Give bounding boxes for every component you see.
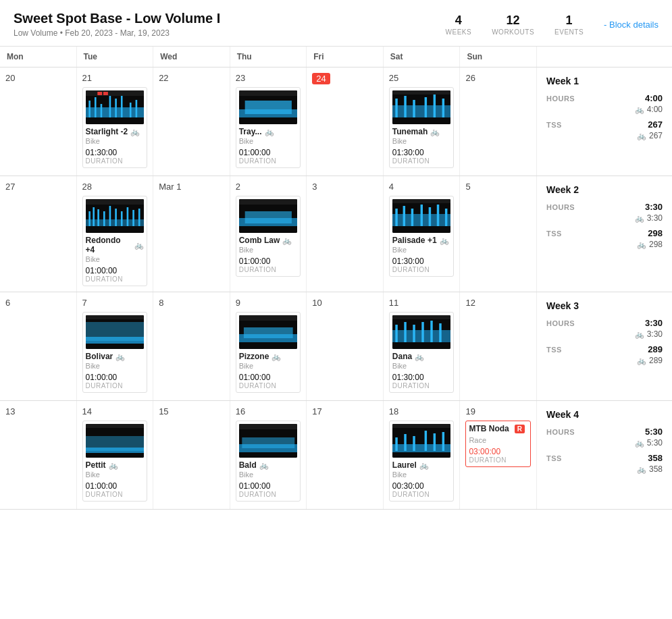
workout-name-pizzone: Pizzone: [239, 352, 269, 361]
workout-name-tray: Tray...: [239, 127, 262, 136]
svg-rect-63: [395, 325, 397, 342]
svg-rect-46: [403, 206, 405, 226]
day-sat-w4: 18 Laurel: [384, 401, 461, 509]
workout-type-pizzone: Bike: [239, 362, 298, 370]
svg-rect-11: [97, 92, 102, 95]
bike-icon-laurel: 🚲: [419, 461, 429, 470]
calendar: Mon Tue Wed Thu Fri Sat Sun 20 21: [0, 47, 672, 510]
day-sat-w1: 25 Tunemah: [384, 68, 461, 176]
svg-rect-15: [244, 101, 291, 114]
svg-rect-4: [100, 104, 102, 117]
workout-tunemah[interactable]: Tunemah 🚲 Bike 01:30:00 DURATION: [389, 87, 455, 168]
svg-rect-48: [420, 205, 422, 226]
day-tue-w2: 28: [77, 176, 154, 292]
svg-rect-6: [115, 99, 117, 117]
workout-type-bolivar: Bike: [86, 362, 145, 370]
day-thu-w3: 9 Pizzone 🚲 Bike 01:00:00 DURATION: [230, 292, 307, 400]
day-wed-w2: Mar 1: [153, 176, 230, 292]
svg-rect-22: [424, 97, 426, 117]
workout-type-mtb: Race: [469, 436, 527, 444]
workout-type-laurel: Bike: [392, 470, 451, 479]
race-badge: R: [515, 425, 525, 433]
plan-subtitle: Low Volume • Feb 20, 2023 - Mar, 19, 202…: [14, 28, 220, 38]
bike-icon-palisade: 🚲: [440, 236, 449, 245]
day-sat-w3: 11 Dana: [384, 292, 461, 400]
weeks-label: WEEKS: [446, 28, 472, 36]
workout-bolivar[interactable]: Bolivar 🚲 Bike 01:00:00 DURATION: [82, 312, 148, 393]
workout-bald[interactable]: Bald 🚲 Bike 01:00:00 DURATION: [236, 421, 301, 502]
svg-rect-77: [239, 424, 298, 429]
workout-duration-bald: 01:00:00: [239, 481, 298, 491]
workout-starlight[interactable]: Starlight -2 🚲 Bike 01:30:00 DURATION: [82, 87, 148, 168]
workout-type-pettit: Bike: [86, 470, 145, 479]
day-tue-w4: 14 Pettit 🚲 Bike 01:00:00 DURATION: [77, 401, 154, 509]
svg-rect-31: [103, 211, 105, 226]
svg-rect-7: [121, 96, 123, 117]
workout-laurel[interactable]: Laurel 🚲 Bike 00:30:00 DURATION: [389, 421, 455, 502]
bike-icon-w2: 🚲: [635, 214, 644, 223]
bike-icon-bolivar: 🚲: [115, 352, 125, 361]
day-thu-w4: 16 Bald 🚲 Bike 01:00:00 DURATION: [230, 401, 307, 509]
workout-name-bolivar: Bolivar: [86, 352, 113, 361]
svg-rect-56: [86, 315, 145, 319]
svg-rect-65: [413, 325, 415, 342]
workout-name-palisade: Palisade +1: [392, 236, 437, 245]
svg-rect-73: [86, 424, 145, 428]
svg-rect-51: [445, 209, 447, 226]
day-fri-w1: 24: [307, 68, 384, 176]
day-mon-w1: 20: [0, 68, 77, 176]
svg-rect-76: [242, 437, 294, 448]
workout-palisade[interactable]: Palisade +1 🚲 Bike 01:30:00 DURATION: [389, 196, 455, 277]
bike-icon-tss-w2: 🚲: [637, 240, 646, 249]
svg-rect-28: [88, 211, 91, 226]
workout-type-dana: Bike: [392, 362, 451, 370]
svg-rect-55: [86, 322, 145, 341]
svg-rect-84: [433, 433, 435, 451]
workout-name-tunemah: Tunemah: [392, 127, 428, 136]
workout-mtb-noda[interactable]: MTB Noda R Race 03:00:00 DURATION: [465, 421, 531, 467]
week-row-1: 20 21: [0, 68, 672, 176]
block-details-link[interactable]: - Block details: [604, 20, 658, 30]
week-summary-1: Week 1 HOURS 4:00 🚲 4:00 TSS 267 🚲 267: [537, 68, 672, 176]
workout-pizzone[interactable]: Pizzone 🚲 Bike 01:00:00 DURATION: [236, 312, 301, 393]
workout-chart-pizzone: [239, 315, 298, 349]
svg-rect-86: [392, 424, 451, 428]
bike-icon-pizzone: 🚲: [272, 352, 281, 361]
bike-icon-w4: 🚲: [635, 439, 644, 448]
svg-rect-3: [95, 97, 97, 117]
workout-duration-pettit: 01:00:00: [86, 481, 145, 491]
workout-comblaw[interactable]: Comb Law 🚲 Bike 01:00:00 DURATION: [236, 196, 301, 277]
day-wed-w4: 15: [153, 401, 230, 509]
bike-icon-bald: 🚲: [259, 461, 269, 470]
day-mon-w3: 6: [0, 292, 77, 400]
day-sun-w3: 12: [460, 292, 537, 400]
day-mon-w2: 27: [0, 176, 77, 292]
workout-type-bald: Bike: [239, 470, 298, 479]
week-2-title: Week 2: [546, 184, 663, 195]
day-header-thu: Thu: [230, 47, 307, 67]
week-row-2: 27 28: [0, 176, 672, 292]
workout-duration-starlight: 01:30:00: [86, 148, 145, 157]
svg-rect-47: [411, 209, 413, 226]
workout-tray[interactable]: Tray... 🚲 Bike 01:00:00 DURATION: [236, 87, 301, 168]
workout-pettit[interactable]: Pettit 🚲 Bike 01:00:00 DURATION: [82, 421, 148, 502]
svg-rect-37: [138, 209, 140, 226]
workout-type-starlight: Bike: [86, 137, 145, 145]
day-header-sat: Sat: [384, 47, 461, 67]
svg-rect-10: [86, 90, 145, 96]
workout-name-redondo: Redondo +4: [86, 236, 132, 254]
bike-icon-comblaw: 🚲: [282, 236, 292, 245]
svg-rect-34: [121, 211, 123, 226]
workout-dana[interactable]: Dana 🚲 Bike 01:30:00 DURATION: [389, 312, 455, 393]
events-value: 1: [554, 14, 584, 28]
svg-rect-32: [109, 206, 111, 226]
weeks-stat: 4 WEEKS: [446, 14, 472, 36]
svg-rect-8: [129, 103, 131, 117]
workout-duration-tray: 01:00:00: [239, 148, 298, 157]
workout-name-comblaw: Comb Law: [239, 236, 280, 245]
workout-type-palisade: Bike: [392, 246, 451, 254]
svg-rect-29: [93, 207, 95, 226]
workout-redondo[interactable]: Redondo +4 🚲 Bike 01:00:00 DURATION: [82, 196, 148, 286]
day-wed-w3: 8: [153, 292, 230, 400]
workout-name-starlight: Starlight -2: [86, 127, 128, 136]
